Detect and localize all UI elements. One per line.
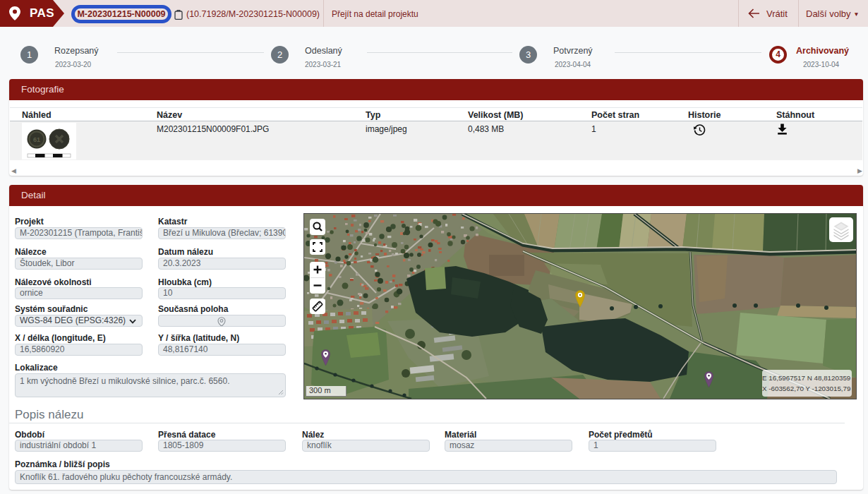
- svg-text:61: 61: [33, 136, 40, 143]
